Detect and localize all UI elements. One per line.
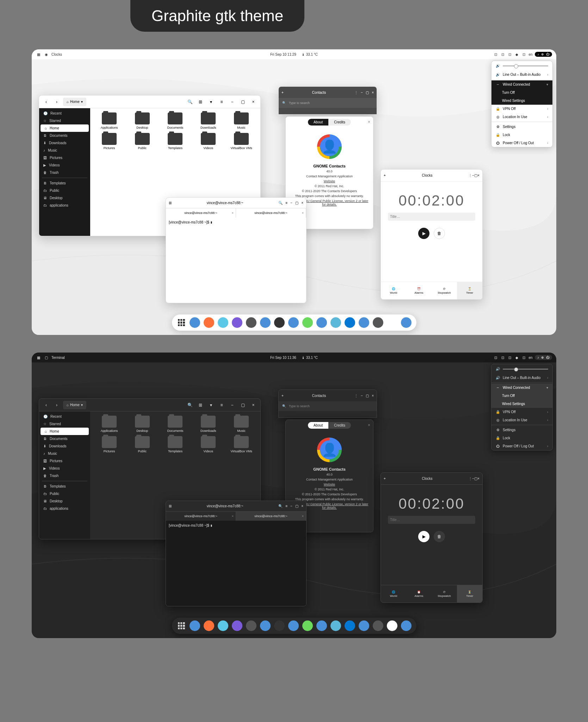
tab-stopwatch[interactable]: ⏱Stopwatch [432, 585, 457, 602]
sidebar-item-documents[interactable]: 🗎Documents [39, 132, 90, 139]
folder-templates[interactable]: Templates [161, 436, 190, 453]
dock-app-icon[interactable] [204, 317, 214, 328]
minimize-button[interactable]: − [228, 98, 236, 106]
dock-app-icon[interactable] [345, 317, 355, 328]
tab-credits[interactable]: Credits [328, 119, 351, 126]
dock-app-icon[interactable] [316, 620, 327, 631]
add-button[interactable]: + [281, 91, 284, 94]
sidebar-item-music[interactable]: ♪Music [39, 147, 90, 154]
dock-app-icon[interactable] [373, 620, 383, 631]
tray-icon[interactable]: ◆ [514, 355, 519, 360]
dock-app-icon[interactable] [246, 317, 256, 328]
sidebar-item-music[interactable]: ♪Music [39, 450, 90, 457]
back-button[interactable]: ‹ [42, 98, 50, 106]
delete-button[interactable]: 🗑 [434, 531, 445, 542]
sidebar-item-videos[interactable]: ▶Videos [39, 161, 90, 169]
sidebar-item-desktop[interactable]: 🖥Desktop [39, 194, 90, 202]
tab-credits[interactable]: Credits [328, 422, 351, 429]
tab-world[interactable]: 🌐World [381, 585, 406, 602]
sidebar-item-applications[interactable]: 🗀applications [39, 202, 90, 209]
tab-about[interactable]: About [308, 422, 328, 429]
folder-videos[interactable]: Videos [193, 436, 223, 453]
turnoff-row[interactable]: Turn Off [491, 392, 552, 400]
settings-row[interactable]: ⚙Settings [491, 123, 552, 131]
vpn-row[interactable]: 🔒VPN Off› [491, 105, 552, 113]
dock-app-icon[interactable] [302, 620, 313, 631]
minimize-button[interactable]: − [290, 504, 292, 508]
folder-public[interactable]: Public [128, 436, 157, 453]
lang[interactable]: en [528, 356, 532, 360]
terminal-tab[interactable]: vince@vince-ms7c88:~× [166, 512, 236, 521]
wired-settings-row[interactable]: Wired Settings [491, 97, 552, 105]
maximize-button[interactable]: ▢ [295, 201, 298, 205]
close-tab-icon[interactable]: × [302, 211, 304, 215]
dock-app-icon[interactable] [232, 620, 242, 631]
menu-icon[interactable]: ⋮ [354, 394, 358, 398]
forward-button[interactable]: › [52, 401, 61, 409]
tray-icon[interactable]: ⊡ [507, 355, 512, 360]
sidebar-item-videos[interactable]: ▶Videos [39, 465, 90, 472]
terminal-output[interactable]: [vince@vince-ms7c88 ~]$ ▮ [166, 521, 306, 606]
search-placeholder[interactable]: Type to search [289, 101, 310, 105]
power-row[interactable]: ⏻Power Off / Log Out› [491, 442, 552, 450]
play-button[interactable]: ▶ [418, 228, 429, 239]
close-button[interactable]: × [477, 477, 479, 481]
folder-videos[interactable]: Videos [193, 133, 223, 150]
folder-music[interactable]: Music [227, 416, 256, 433]
timer-title-input[interactable] [388, 213, 475, 221]
folder-virtualbox-vms[interactable]: VirtualBox VMs [227, 436, 256, 453]
close-tab-icon[interactable]: × [232, 211, 234, 215]
dock-app-icon[interactable] [345, 620, 355, 631]
folder-templates[interactable]: Templates [161, 133, 190, 150]
dock-app-icon[interactable] [302, 317, 313, 328]
dock-app-icon[interactable] [232, 317, 242, 328]
folder-documents[interactable]: Documents [161, 112, 190, 129]
search-placeholder[interactable]: Type to search [289, 404, 310, 408]
menu-icon[interactable]: ≡ [217, 98, 226, 106]
close-button[interactable]: × [301, 504, 303, 508]
dock-app-icon[interactable] [359, 317, 369, 328]
sidebar-item-public[interactable]: 🗀Public [39, 187, 90, 194]
dock-app-icon[interactable] [401, 317, 411, 328]
view-icon[interactable]: ⊞ [196, 98, 205, 106]
maximize-button[interactable]: ▢ [239, 98, 247, 106]
sidebar-item-templates[interactable]: 🗎Templates [39, 179, 90, 187]
datetime[interactable]: Fri Sep 10 11:36 [270, 356, 296, 360]
folder-pictures[interactable]: Pictures [94, 436, 124, 453]
terminal-tab[interactable]: vince@vince-ms7c88:~× [236, 512, 306, 521]
sidebar-item-home[interactable]: ⌂Home [41, 428, 89, 435]
tray-icon[interactable]: ⊡ [500, 355, 505, 360]
sidebar-item-starred[interactable]: ☆Starred [39, 117, 90, 124]
power-row[interactable]: ⏻Power Off / Log Out› [491, 139, 552, 147]
lock-row[interactable]: 🔒Lock [491, 131, 552, 139]
forward-button[interactable]: › [52, 98, 61, 106]
sidebar-item-downloads[interactable]: ⬇Downloads [39, 442, 90, 450]
maximize-button[interactable]: ▢ [295, 504, 298, 508]
audio-output-row[interactable]: 🔊Line Out – Built-in Audio› [491, 374, 552, 382]
menu-icon[interactable]: ⋮ [354, 91, 358, 94]
sidebar-item-recent[interactable]: 🕐Recent [39, 110, 90, 117]
maximize-button[interactable]: ▢ [474, 173, 477, 177]
apps-grid-icon[interactable] [177, 318, 186, 327]
tab-alarms[interactable]: ⏰Alarms [406, 282, 432, 299]
play-button[interactable]: ▶ [418, 531, 429, 542]
sidebar-item-templates[interactable]: 🗎Templates [39, 483, 90, 490]
dock-app-icon[interactable] [260, 620, 271, 631]
view-icon[interactable]: ⊞ [196, 401, 205, 409]
tab-world[interactable]: 🌐World [381, 282, 406, 299]
folder-documents[interactable]: Documents [161, 416, 190, 433]
close-button[interactable]: × [372, 91, 374, 94]
folder-applications[interactable]: Applications [94, 112, 124, 129]
dock-app-icon[interactable] [274, 620, 285, 631]
minimize-button[interactable]: − [361, 394, 363, 398]
dock-app-icon[interactable] [274, 317, 285, 328]
vpn-row[interactable]: 🔒VPN Off› [491, 408, 552, 416]
search-icon[interactable]: 🔍 [278, 201, 283, 205]
folder-public[interactable]: Public [128, 133, 157, 150]
settings-row[interactable]: ⚙Settings [491, 426, 552, 434]
apps-grid-icon[interactable] [177, 621, 186, 630]
menu-icon[interactable]: ⋮ [469, 477, 472, 481]
turnoff-row[interactable]: Turn Off [491, 88, 552, 97]
dock-app-icon[interactable] [190, 317, 200, 328]
folder-downloads[interactable]: Downloads [193, 112, 223, 129]
